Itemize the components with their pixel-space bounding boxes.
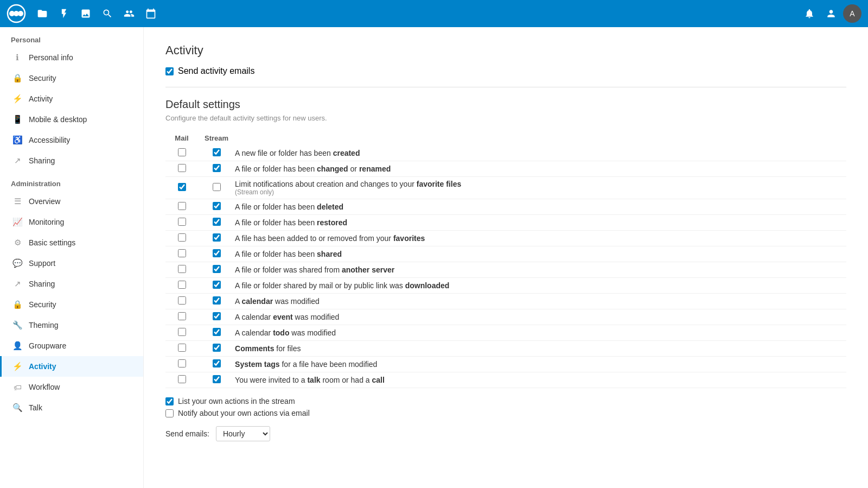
sidebar-item-talk[interactable]: 🔍 Talk xyxy=(0,397,143,418)
sidebar-item-label: Sharing xyxy=(29,156,55,165)
mail-checkbox[interactable] xyxy=(178,164,186,172)
sidebar-item-label: Activity xyxy=(29,94,53,103)
user-avatar[interactable]: A xyxy=(843,4,861,23)
mail-checkbox[interactable] xyxy=(178,312,186,320)
stream-checkbox[interactable] xyxy=(213,281,221,289)
sidebar-item-label: Accessibility xyxy=(29,136,70,144)
notify-own-actions-label[interactable]: Notify about your own actions via email xyxy=(165,409,846,417)
mail-checkbox[interactable] xyxy=(178,296,186,305)
mail-checkbox[interactable] xyxy=(178,249,186,257)
stream-column-header: Stream xyxy=(198,131,235,145)
stream-checkbox[interactable] xyxy=(213,344,221,352)
files-nav-icon[interactable] xyxy=(33,4,52,23)
description-column-header xyxy=(235,131,846,145)
stream-checkbox[interactable] xyxy=(213,249,221,257)
photos-nav-icon[interactable] xyxy=(76,4,95,23)
default-settings-title: Default settings xyxy=(165,98,846,111)
sidebar-item-label: Personal info xyxy=(29,53,73,62)
mail-checkbox[interactable] xyxy=(178,375,186,383)
activity-label: A file or folder shared by mail or by pu… xyxy=(235,278,846,294)
stream-checkbox[interactable] xyxy=(213,328,221,336)
sidebar: Personal ℹ Personal info 🔒 Security ⚡ Ac… xyxy=(0,27,144,488)
sidebar-item-label: Sharing xyxy=(29,280,55,288)
activity-label: A new file or folder has been created xyxy=(235,145,846,161)
sidebar-item-activity-personal[interactable]: ⚡ Activity xyxy=(0,88,143,109)
admin-section-label: Administration xyxy=(0,171,143,191)
list-own-actions-label[interactable]: List your own actions in the stream xyxy=(165,397,846,405)
table-row: You were invited to a talk room or had a… xyxy=(165,372,846,388)
search-nav-icon[interactable] xyxy=(98,4,117,23)
sidebar-item-label: Groupware xyxy=(29,341,66,350)
sidebar-item-workflow[interactable]: 🏷 Workflow xyxy=(0,377,143,397)
user-status-icon[interactable] xyxy=(821,4,841,23)
sidebar-item-theming[interactable]: 🔧 Theming xyxy=(0,315,143,335)
sidebar-item-support[interactable]: 💬 Support xyxy=(0,253,143,274)
sidebar-item-personal-info[interactable]: ℹ Personal info xyxy=(0,47,143,68)
activity-label: You were invited to a talk room or had a… xyxy=(235,372,846,388)
contacts-nav-icon[interactable] xyxy=(119,4,139,23)
mail-checkbox[interactable] xyxy=(178,359,186,367)
activity-label: A calendar was modified xyxy=(235,294,846,309)
sidebar-item-label: Activity xyxy=(29,362,56,371)
sidebar-item-monitoring[interactable]: 📈 Monitoring xyxy=(0,212,143,232)
sidebar-item-admin-activity[interactable]: ⚡ Activity xyxy=(0,356,143,377)
sidebar-item-basic-settings[interactable]: ⚙ Basic settings xyxy=(0,232,143,253)
stream-checkbox[interactable] xyxy=(213,183,221,191)
stream-checkbox[interactable] xyxy=(213,359,221,367)
table-row: A calendar was modified xyxy=(165,294,846,309)
top-navigation: A xyxy=(0,0,868,27)
mail-checkbox[interactable] xyxy=(178,328,186,336)
calendar-nav-icon[interactable] xyxy=(141,4,161,23)
activity-label: A file or folder was shared from another… xyxy=(235,262,846,278)
sidebar-item-security[interactable]: 🔒 Security xyxy=(0,68,143,88)
table-row: Limit notifications about creation and c… xyxy=(165,177,846,199)
sidebar-item-mobile-desktop[interactable]: 📱 Mobile & desktop xyxy=(0,109,143,130)
stream-checkbox[interactable] xyxy=(213,375,221,383)
send-activity-emails-checkbox[interactable] xyxy=(165,67,174,75)
mail-checkbox[interactable] xyxy=(178,344,186,352)
stream-checkbox[interactable] xyxy=(213,265,221,273)
app-logo[interactable] xyxy=(7,4,26,23)
activity-label: A calendar event was modified xyxy=(235,309,846,325)
mail-checkbox[interactable] xyxy=(178,183,186,191)
stream-checkbox[interactable] xyxy=(213,218,221,226)
support-icon: 💬 xyxy=(12,258,22,268)
sidebar-item-admin-sharing[interactable]: ↗ Sharing xyxy=(0,274,143,294)
svg-point-3 xyxy=(18,11,23,16)
stream-checkbox[interactable] xyxy=(213,164,221,172)
sidebar-item-label: Mobile & desktop xyxy=(29,115,87,124)
stream-checkbox[interactable] xyxy=(213,202,221,210)
activity-settings-table: Mail Stream A new file or folder has bee… xyxy=(165,131,846,388)
mail-column-header: Mail xyxy=(165,131,198,145)
mail-checkbox[interactable] xyxy=(178,281,186,289)
sidebar-item-sharing-personal[interactable]: ↗ Sharing xyxy=(0,150,143,171)
send-emails-select[interactable]: HourlyDailyWeekly xyxy=(216,426,270,441)
sidebar-item-admin-security[interactable]: 🔒 Security xyxy=(0,294,143,315)
notifications-icon[interactable] xyxy=(800,4,819,23)
stream-checkbox[interactable] xyxy=(213,233,221,242)
sidebar-item-label: Basic settings xyxy=(29,238,75,247)
sidebar-item-overview[interactable]: ☰ Overview xyxy=(0,191,143,212)
mail-checkbox[interactable] xyxy=(178,265,186,273)
sidebar-item-label: Talk xyxy=(29,403,42,412)
activity-nav-icon[interactable] xyxy=(54,4,74,23)
sidebar-item-groupware[interactable]: 👤 Groupware xyxy=(0,335,143,356)
notify-own-actions-checkbox[interactable] xyxy=(165,409,174,417)
activity-label: A file or folder has been restored xyxy=(235,215,846,231)
theming-icon: 🔧 xyxy=(12,320,22,330)
mail-checkbox[interactable] xyxy=(178,148,186,156)
sidebar-item-accessibility[interactable]: ♿ Accessibility xyxy=(0,130,143,150)
mail-checkbox[interactable] xyxy=(178,233,186,242)
stream-checkbox[interactable] xyxy=(213,148,221,156)
mail-checkbox[interactable] xyxy=(178,218,186,226)
mail-checkbox[interactable] xyxy=(178,202,186,210)
main-content: Activity Send activity emails Default se… xyxy=(144,27,868,488)
gear-icon: ⚙ xyxy=(12,238,22,248)
list-own-actions-checkbox[interactable] xyxy=(165,397,174,405)
sidebar-item-label: Support xyxy=(29,259,55,268)
stream-checkbox[interactable] xyxy=(213,312,221,320)
info-icon: ℹ xyxy=(12,53,22,62)
send-activity-emails-label[interactable]: Send activity emails xyxy=(178,66,254,76)
activity-label: A file has been added to or removed from… xyxy=(235,231,846,246)
stream-checkbox[interactable] xyxy=(213,296,221,305)
